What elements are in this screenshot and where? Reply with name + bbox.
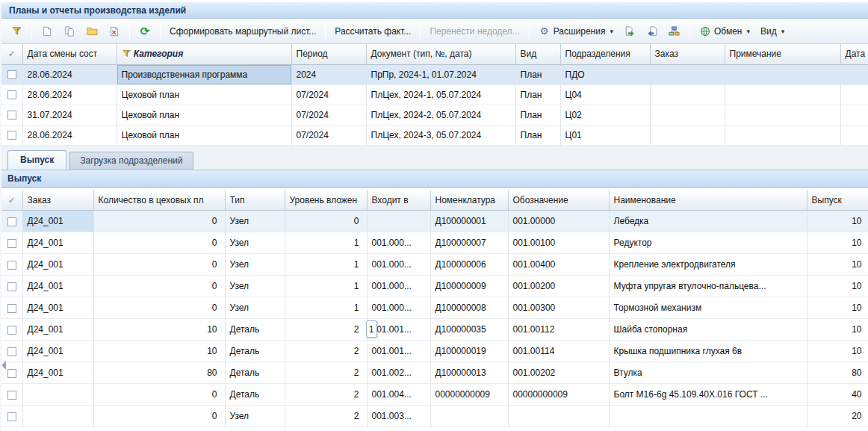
column-header-level[interactable]: Уровень вложен [285, 190, 367, 211]
cell-nomenclature[interactable]: Д100000006 [430, 254, 508, 276]
cell-nomenclature[interactable]: Д100000008 [430, 297, 508, 319]
carry-over-backlog-button[interactable]: Перенести недодел... [425, 23, 524, 40]
cell-date[interactable]: 31.07.2024 [22, 105, 117, 125]
copy-document-button[interactable] [59, 22, 80, 40]
cell-level[interactable]: 2 [285, 384, 367, 406]
cell-designation[interactable]: 001.00300 [508, 297, 609, 319]
table-row[interactable]: Д24_001 80 Деталь 2 001.002... Д10000001… [1, 362, 868, 384]
table-row[interactable]: 0 Деталь 2 001.004... 00000000009 000000… [1, 384, 868, 406]
cell-order[interactable]: Д24_001 [22, 276, 93, 297]
cell-type[interactable]: Деталь [225, 362, 285, 384]
row-checkbox[interactable] [7, 326, 16, 335]
cell-qty[interactable]: 0 [93, 211, 225, 232]
cell-division[interactable]: Ц02 [560, 105, 650, 125]
cell-qty[interactable]: 10 [93, 341, 225, 362]
row-check-cell[interactable] [1, 319, 22, 341]
cell-designation[interactable]: 001.00114 [508, 341, 609, 362]
cell-order[interactable]: Д24_001 [22, 341, 93, 362]
cell-qty[interactable]: 0 [93, 254, 225, 276]
cell-type[interactable]: Деталь [225, 341, 285, 362]
cell-name[interactable]: Шайба стопорная [609, 319, 807, 341]
cell-period[interactable]: 07/2024 [291, 84, 366, 105]
cell-designation[interactable]: 001.00200 [508, 276, 609, 297]
row-check-cell[interactable] [1, 64, 22, 84]
column-header-date[interactable]: Дата смены сост [22, 44, 117, 64]
row-checkbox[interactable] [7, 369, 16, 378]
row-checkbox[interactable] [7, 261, 16, 270]
row-check-cell[interactable] [1, 276, 22, 297]
cell-parent[interactable]: 001.000... [367, 276, 430, 297]
cell-parent[interactable]: 001.000... [367, 232, 430, 254]
row-checkbox[interactable] [7, 90, 16, 99]
table-row[interactable]: Д24_001 0 Узел 1 001.000... Д100000007 0… [1, 232, 868, 254]
row-check-cell[interactable] [1, 105, 22, 125]
cell-kind[interactable]: План [515, 64, 560, 84]
cell-level[interactable]: 2 [285, 406, 367, 427]
extensions-menu-button[interactable]: ⚙ Расширения ▾ [534, 22, 618, 40]
cell-division[interactable]: Ц01 [560, 125, 650, 145]
cell-kind[interactable]: План [515, 84, 560, 105]
column-header-document[interactable]: Документ (тип, №, дата) [366, 44, 515, 64]
column-header-check[interactable]: ✓ [1, 44, 22, 64]
cell-date2[interactable] [840, 84, 868, 105]
table-row[interactable]: Д24_001 0 Узел 1 001.000... Д100000009 0… [1, 276, 868, 297]
refresh-button[interactable]: ⟳ [134, 22, 155, 40]
cell-date2[interactable] [840, 105, 868, 125]
cell-parent[interactable] [367, 211, 430, 232]
cell-name[interactable]: Муфта упругая втулочно-пальцева... [609, 276, 807, 297]
column-header-nomenclature[interactable]: Номенклатура [430, 190, 508, 211]
cell-parent[interactable]: 001.001... 1 [367, 319, 430, 341]
cell-nomenclature[interactable]: Д100000035 [430, 319, 508, 341]
cell-name[interactable]: Болт М16-6g 45.109.40X.016 ГОСТ ... [609, 384, 807, 406]
cell-level[interactable]: 2 [285, 319, 367, 341]
cell-nomenclature[interactable]: Д100000001 [430, 211, 508, 232]
cell-order[interactable] [22, 384, 93, 406]
cell-qty[interactable]: 0 [93, 406, 225, 427]
column-header-note[interactable]: Примечание [725, 44, 840, 64]
cell-order[interactable] [650, 64, 725, 84]
cell-designation[interactable]: 001.00202 [508, 362, 609, 384]
cell-period[interactable]: 07/2024 [291, 125, 366, 145]
cell-period[interactable]: 2024 [291, 64, 366, 84]
cell-order[interactable] [650, 125, 725, 145]
row-check-cell[interactable] [1, 297, 22, 319]
cell-level[interactable]: 2 [285, 362, 367, 384]
cell-category[interactable]: Производственная программа [117, 64, 291, 84]
exchange-menu-button[interactable]: Обмен ▾ [695, 22, 754, 40]
cell-name[interactable]: Лебедка [609, 211, 807, 232]
cell-output[interactable]: 10 [807, 211, 868, 232]
cell-nomenclature[interactable] [430, 406, 508, 427]
row-checkbox[interactable] [7, 217, 16, 226]
cell-order[interactable]: Д24_001 [22, 319, 93, 341]
cell-designation[interactable]: 001.00100 [508, 232, 609, 254]
cell-date[interactable]: 28.06.2024 [22, 84, 117, 105]
column-header-output[interactable]: Выпуск [807, 190, 868, 211]
cell-type[interactable]: Деталь [225, 319, 285, 341]
cell-qty[interactable]: 10 [93, 319, 225, 341]
column-header-check[interactable]: ✓ [1, 190, 22, 211]
cell-type[interactable]: Узел [225, 276, 285, 297]
cell-parent[interactable]: 001.000... [367, 254, 430, 276]
cell-note[interactable] [725, 105, 840, 125]
delete-document-button[interactable] [104, 22, 125, 40]
cell-name[interactable]: Крышка подшипника глухая 6в [609, 341, 807, 362]
cell-order[interactable] [22, 406, 93, 427]
column-header-designation[interactable]: Обозначение [508, 190, 609, 211]
cell-type[interactable]: Узел [225, 406, 285, 427]
table-row[interactable]: Д24_001 10 Деталь 2 001.001... 1 Д100000… [1, 319, 868, 341]
cell-output[interactable]: 10 [807, 341, 868, 362]
cell-output[interactable]: 20 [807, 406, 868, 427]
cell-period[interactable]: 07/2024 [291, 105, 366, 125]
cell-note[interactable] [725, 64, 840, 84]
cell-parent[interactable]: 001.002... [367, 362, 430, 384]
cell-qty[interactable]: 0 [93, 297, 225, 319]
cell-date[interactable]: 28.06.2024 [22, 64, 117, 84]
cell-output[interactable]: 10 [807, 254, 868, 276]
table-row[interactable]: Д24_001 0 Узел 1 001.000... Д100000008 0… [1, 297, 868, 319]
cell-qty[interactable]: 0 [93, 276, 225, 297]
structure-button[interactable] [664, 22, 685, 40]
new-document-button[interactable] [37, 22, 58, 40]
cell-type[interactable]: Узел [225, 297, 285, 319]
row-check-cell[interactable] [1, 341, 22, 362]
cell-kind[interactable]: План [515, 105, 560, 125]
